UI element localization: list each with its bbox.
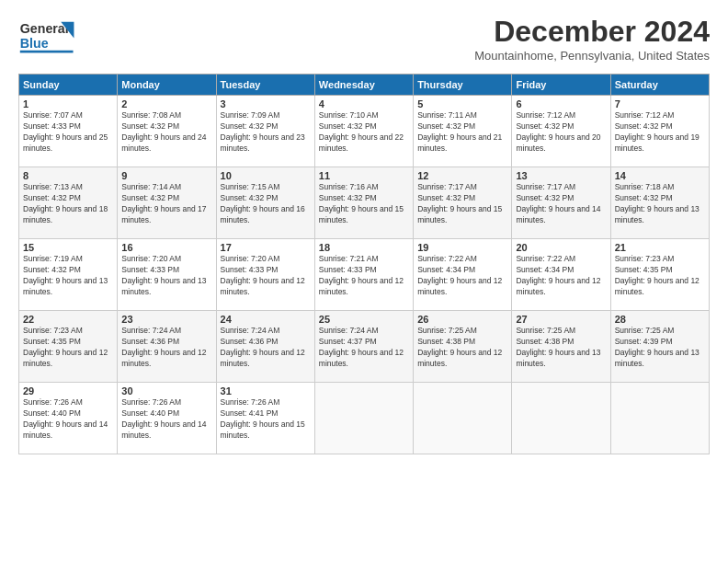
day-info: Sunrise: 7:11 AMSunset: 4:32 PMDaylight:… — [417, 110, 502, 153]
col-monday: Monday — [118, 75, 216, 96]
day-number: 8 — [23, 170, 113, 181]
calendar-cell — [314, 383, 413, 454]
calendar-cell: 2 Sunrise: 7:08 AMSunset: 4:32 PMDayligh… — [118, 96, 216, 167]
day-info: Sunrise: 7:17 AMSunset: 4:32 PMDaylight:… — [417, 182, 502, 224]
calendar-week-3: 15 Sunrise: 7:19 AMSunset: 4:32 PMDaylig… — [19, 239, 710, 311]
day-info: Sunrise: 7:15 AMSunset: 4:32 PMDaylight:… — [221, 182, 305, 224]
day-number: 28 — [615, 314, 705, 325]
calendar-cell: 14 Sunrise: 7:18 AMSunset: 4:32 PMDaylig… — [610, 167, 709, 239]
day-number: 14 — [615, 170, 705, 181]
day-info: Sunrise: 7:22 AMSunset: 4:34 PMDaylight:… — [417, 254, 502, 296]
calendar-cell: 18 Sunrise: 7:21 AMSunset: 4:33 PMDaylig… — [314, 239, 413, 311]
day-info: Sunrise: 7:26 AMSunset: 4:40 PMDaylight:… — [121, 397, 206, 440]
calendar-cell: 22 Sunrise: 7:23 AMSunset: 4:35 PMDaylig… — [19, 311, 118, 383]
day-info: Sunrise: 7:23 AMSunset: 4:35 PMDaylight:… — [615, 254, 700, 296]
title-area: December 2024 Mountainhome, Pennsylvania… — [474, 15, 710, 63]
day-number: 30 — [121, 385, 211, 396]
col-friday: Friday — [512, 75, 610, 96]
calendar-cell: 11 Sunrise: 7:16 AMSunset: 4:32 PMDaylig… — [314, 167, 413, 239]
day-info: Sunrise: 7:17 AMSunset: 4:32 PMDaylight:… — [516, 182, 600, 224]
day-info: Sunrise: 7:24 AMSunset: 4:36 PMDaylight:… — [221, 326, 305, 368]
day-number: 12 — [417, 170, 507, 181]
col-thursday: Thursday — [414, 75, 512, 96]
svg-text:General: General — [20, 21, 69, 36]
calendar-cell: 8 Sunrise: 7:13 AMSunset: 4:32 PMDayligh… — [19, 167, 118, 239]
day-info: Sunrise: 7:20 AMSunset: 4:33 PMDaylight:… — [221, 254, 305, 296]
calendar-cell: 16 Sunrise: 7:20 AMSunset: 4:33 PMDaylig… — [118, 239, 216, 311]
svg-text:Blue: Blue — [20, 36, 49, 51]
calendar-cell: 15 Sunrise: 7:19 AMSunset: 4:32 PMDaylig… — [19, 239, 118, 311]
day-number: 2 — [121, 98, 211, 109]
header: General Blue December 2024 Mountainhome,… — [18, 15, 710, 64]
day-info: Sunrise: 7:18 AMSunset: 4:32 PMDaylight:… — [615, 182, 700, 224]
col-tuesday: Tuesday — [216, 75, 314, 96]
subtitle: Mountainhome, Pennsylvania, United State… — [474, 49, 710, 63]
day-info: Sunrise: 7:08 AMSunset: 4:32 PMDaylight:… — [121, 110, 206, 153]
calendar-cell: 10 Sunrise: 7:15 AMSunset: 4:32 PMDaylig… — [216, 167, 314, 239]
day-number: 16 — [121, 242, 211, 253]
day-number: 24 — [221, 314, 311, 325]
day-number: 1 — [23, 98, 113, 109]
day-number: 5 — [417, 98, 507, 109]
calendar-cell: 27 Sunrise: 7:25 AMSunset: 4:38 PMDaylig… — [512, 311, 610, 383]
calendar-cell: 6 Sunrise: 7:12 AMSunset: 4:32 PMDayligh… — [512, 96, 610, 167]
calendar-cell: 28 Sunrise: 7:25 AMSunset: 4:39 PMDaylig… — [610, 311, 709, 383]
day-number: 10 — [221, 170, 311, 181]
day-info: Sunrise: 7:13 AMSunset: 4:32 PMDaylight:… — [23, 182, 108, 224]
day-info: Sunrise: 7:20 AMSunset: 4:33 PMDaylight:… — [121, 254, 206, 296]
day-info: Sunrise: 7:21 AMSunset: 4:33 PMDaylight:… — [319, 254, 404, 296]
day-number: 19 — [417, 242, 507, 253]
calendar-week-1: 1 Sunrise: 7:07 AMSunset: 4:33 PMDayligh… — [19, 96, 710, 167]
day-number: 25 — [319, 314, 409, 325]
svg-rect-3 — [20, 51, 74, 53]
col-sunday: Sunday — [19, 75, 118, 96]
day-info: Sunrise: 7:25 AMSunset: 4:38 PMDaylight:… — [417, 326, 502, 368]
day-info: Sunrise: 7:22 AMSunset: 4:34 PMDaylight:… — [516, 254, 600, 296]
day-info: Sunrise: 7:24 AMSunset: 4:37 PMDaylight:… — [319, 326, 404, 368]
day-number: 9 — [121, 170, 211, 181]
day-info: Sunrise: 7:25 AMSunset: 4:38 PMDaylight:… — [516, 326, 600, 368]
calendar-cell: 26 Sunrise: 7:25 AMSunset: 4:38 PMDaylig… — [414, 311, 512, 383]
day-number: 27 — [516, 314, 606, 325]
day-info: Sunrise: 7:26 AMSunset: 4:41 PMDaylight:… — [221, 397, 305, 440]
day-number: 29 — [23, 385, 113, 396]
calendar-cell: 19 Sunrise: 7:22 AMSunset: 4:34 PMDaylig… — [414, 239, 512, 311]
calendar-week-2: 8 Sunrise: 7:13 AMSunset: 4:32 PMDayligh… — [19, 167, 710, 239]
day-info: Sunrise: 7:07 AMSunset: 4:33 PMDaylight:… — [23, 110, 108, 153]
calendar-week-5: 29 Sunrise: 7:26 AMSunset: 4:40 PMDaylig… — [19, 383, 710, 454]
day-number: 6 — [516, 98, 606, 109]
calendar-cell: 21 Sunrise: 7:23 AMSunset: 4:35 PMDaylig… — [610, 239, 709, 311]
day-number: 15 — [23, 242, 113, 253]
day-number: 26 — [417, 314, 507, 325]
calendar-cell — [414, 383, 512, 454]
day-info: Sunrise: 7:19 AMSunset: 4:32 PMDaylight:… — [23, 254, 108, 296]
day-number: 20 — [516, 242, 606, 253]
col-saturday: Saturday — [610, 75, 709, 96]
col-wednesday: Wednesday — [314, 75, 413, 96]
calendar-cell: 30 Sunrise: 7:26 AMSunset: 4:40 PMDaylig… — [118, 383, 216, 454]
calendar-week-4: 22 Sunrise: 7:23 AMSunset: 4:35 PMDaylig… — [19, 311, 710, 383]
day-number: 11 — [319, 170, 409, 181]
day-number: 23 — [121, 314, 211, 325]
day-number: 13 — [516, 170, 606, 181]
calendar-cell: 29 Sunrise: 7:26 AMSunset: 4:40 PMDaylig… — [19, 383, 118, 454]
calendar-cell: 7 Sunrise: 7:12 AMSunset: 4:32 PMDayligh… — [610, 96, 709, 167]
day-info: Sunrise: 7:12 AMSunset: 4:32 PMDaylight:… — [615, 110, 700, 153]
day-number: 3 — [221, 98, 311, 109]
day-number: 17 — [221, 242, 311, 253]
day-number: 22 — [23, 314, 113, 325]
calendar-cell: 31 Sunrise: 7:26 AMSunset: 4:41 PMDaylig… — [216, 383, 314, 454]
day-info: Sunrise: 7:10 AMSunset: 4:32 PMDaylight:… — [319, 110, 404, 153]
calendar-cell: 23 Sunrise: 7:24 AMSunset: 4:36 PMDaylig… — [118, 311, 216, 383]
page: General Blue December 2024 Mountainhome,… — [0, 0, 728, 563]
day-info: Sunrise: 7:14 AMSunset: 4:32 PMDaylight:… — [121, 182, 206, 224]
calendar-cell: 20 Sunrise: 7:22 AMSunset: 4:34 PMDaylig… — [512, 239, 610, 311]
calendar-cell — [610, 383, 709, 454]
calendar-cell: 3 Sunrise: 7:09 AMSunset: 4:32 PMDayligh… — [216, 96, 314, 167]
calendar-cell: 13 Sunrise: 7:17 AMSunset: 4:32 PMDaylig… — [512, 167, 610, 239]
calendar-cell: 17 Sunrise: 7:20 AMSunset: 4:33 PMDaylig… — [216, 239, 314, 311]
day-number: 31 — [221, 385, 311, 396]
day-info: Sunrise: 7:23 AMSunset: 4:35 PMDaylight:… — [23, 326, 108, 368]
day-number: 21 — [615, 242, 705, 253]
calendar-cell: 9 Sunrise: 7:14 AMSunset: 4:32 PMDayligh… — [118, 167, 216, 239]
